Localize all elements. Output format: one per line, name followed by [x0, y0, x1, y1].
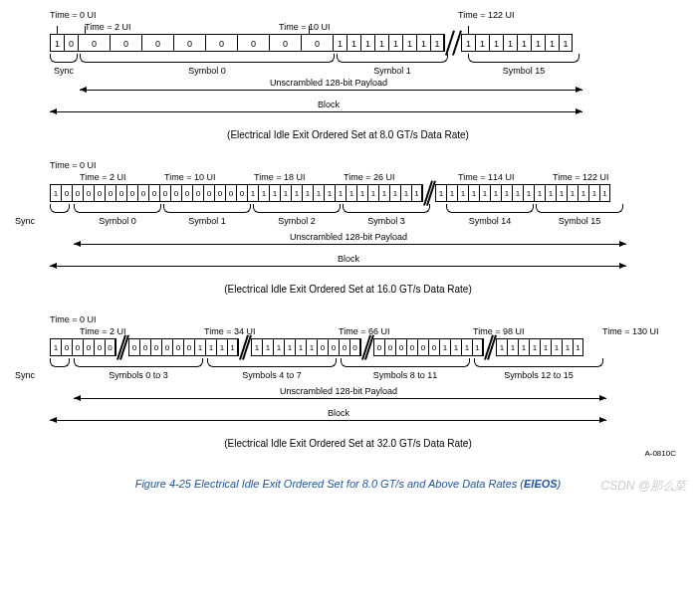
payload-arrow: Unscrambled 128-bit Payload: [50, 236, 686, 258]
break-icon: [360, 338, 373, 356]
block-arrow: Block: [50, 412, 686, 434]
watermark: CSDN @那么菜: [600, 478, 686, 495]
block-arrow: Block: [50, 103, 686, 125]
bit-row: 1000000000000000001111111111111111 11111…: [50, 184, 686, 202]
caption: (Electrical Idle Exit Ordered Set at 32.…: [10, 438, 686, 449]
brace-row: Sync Symbol 0 Symbol 1 Symbol 2 Symbol 3…: [50, 202, 686, 236]
bit-row: 100000 0000001111 1111110000 0000001111 …: [50, 338, 686, 356]
diagram-32gts: Time = 0 UI Time = 2 UI Time = 34 UI Tim…: [10, 314, 686, 458]
reference-number: A-0810C: [10, 449, 676, 458]
time-label: Time = 122 UI: [458, 10, 514, 20]
time-labels-row: Time = 0 UI Time = 2 UI Time = 10 UI Tim…: [10, 160, 686, 184]
bit-row: 100000000011111111 11111111: [50, 34, 667, 52]
sync-label: Sync: [15, 370, 35, 380]
break-icon: [238, 338, 251, 356]
break-icon: [444, 34, 461, 52]
time-label: Time = 10 UI: [279, 22, 330, 32]
time-labels-row: Time = 0 UI Time = 2 UI Time = 10 UI Tim…: [10, 10, 686, 34]
caption: (Electrical Idle Exit Ordered Set at 16.…: [10, 284, 686, 295]
payload-arrow: Unscrambled 128-bit Payload: [50, 82, 686, 103]
brace-row: Sync Symbols 0 to 3 Symbols 4 to 7 Symbo…: [50, 356, 686, 390]
figure-caption: Figure 4-25 Electrical Idle Exit Ordered…: [10, 478, 686, 490]
break-icon: [483, 338, 496, 356]
break-icon: [422, 184, 435, 202]
time-label: Time = 0 UI: [50, 10, 96, 20]
break-icon: [116, 338, 128, 356]
payload-arrow: Unscrambled 128-bit Payload: [50, 390, 686, 412]
diagram-8gts: Time = 0 UI Time = 2 UI Time = 10 UI Tim…: [10, 10, 686, 140]
caption: (Electrical Idle Exit Ordered Set at 8.0…: [10, 129, 686, 140]
diagram-16gts: Time = 0 UI Time = 2 UI Time = 10 UI Tim…: [10, 160, 686, 295]
time-labels-row: Time = 0 UI Time = 2 UI Time = 34 UI Tim…: [10, 314, 686, 338]
sync-label: Sync: [15, 216, 35, 226]
time-label: Time = 2 UI: [85, 22, 130, 32]
block-arrow: Block: [50, 258, 686, 280]
